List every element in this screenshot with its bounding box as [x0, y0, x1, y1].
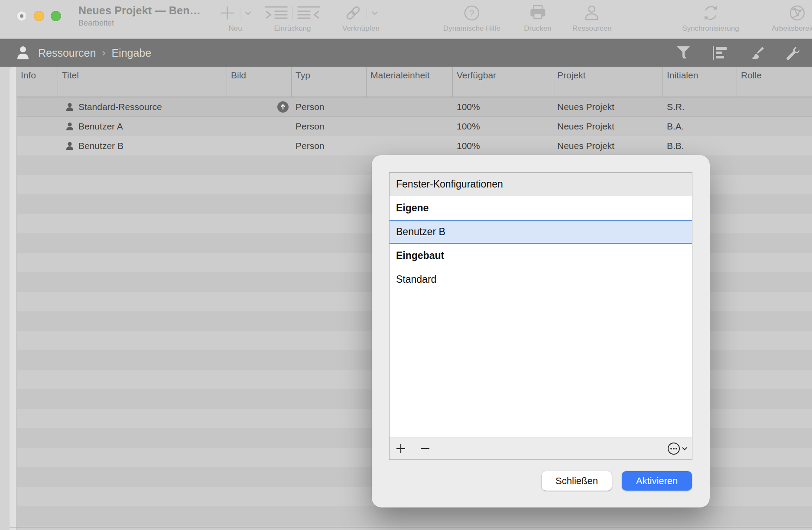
table-row[interactable]: Benutzer B Person 100% Neues Projekt B.B… [17, 136, 812, 155]
person-icon [65, 103, 74, 111]
cell-titel: Benutzer B [58, 136, 227, 155]
toolbar-label: Ressourcen [572, 24, 612, 33]
column-header-materialeinheit[interactable]: Materialeinheit [367, 67, 453, 97]
cell-verfuegbar: 100% [453, 97, 553, 116]
chevron-down-icon [370, 10, 378, 16]
cell-initialen: B.A. [663, 116, 737, 136]
toolbar-label: Neu [228, 24, 242, 33]
help-circle-icon: ? [463, 4, 481, 22]
toolbar-button-sync[interactable]: Synchronisierung [682, 3, 739, 33]
cell-rolle [737, 97, 812, 116]
plus-icon [219, 4, 236, 22]
toolbar-button-workspaces[interactable]: Arbeitsbereiche [772, 3, 812, 33]
divider [240, 6, 240, 20]
breadcrumb-resources[interactable]: Ressourcen [38, 47, 96, 59]
outline-icon[interactable] [711, 45, 728, 61]
toolbar-label: Synchronisierung [682, 24, 739, 33]
up-arrow-badge-icon [277, 101, 289, 113]
toolbar-button-indentation[interactable]: Einrückung [264, 3, 321, 33]
cell-bild [227, 97, 292, 116]
window-title: Neues Projekt — Ben… [78, 4, 201, 17]
minimize-window-button[interactable] [34, 11, 44, 21]
window-toolbar: Neues Projekt — Ben… Bearbeitet Neu Einr… [0, 0, 812, 39]
column-header-verfuegbar[interactable]: Verfügbar [453, 67, 553, 97]
cell-initialen: B.B. [663, 136, 737, 155]
cell-initialen: S.R. [663, 97, 737, 116]
cell-titel: Standard-Ressource [58, 97, 227, 116]
cell-verfuegbar: 100% [453, 116, 553, 136]
cell-rolle [737, 116, 812, 136]
toolbar-label: Verknüpfen [342, 24, 380, 33]
cell-projekt: Neues Projekt [553, 116, 663, 136]
cell-materialeinheit [367, 136, 453, 155]
cell-bild [227, 116, 292, 136]
brush-icon[interactable] [748, 45, 764, 61]
wrench-icon[interactable] [784, 45, 801, 61]
row-handle-gutter [10, 67, 16, 530]
column-header-info[interactable]: Info [17, 67, 58, 97]
person-icon [16, 46, 29, 60]
window-configurations-dialog: Fenster-Konfigurationen Eigene Benutzer … [372, 155, 710, 507]
add-icon[interactable] [391, 439, 410, 458]
cell-rolle [737, 136, 812, 155]
config-group-eigene[interactable]: Eigene [390, 196, 692, 220]
cell-info [17, 97, 58, 116]
config-item-standard[interactable]: Standard [390, 268, 692, 291]
column-header-bild[interactable]: Bild [227, 67, 292, 97]
document-edited-status: Bearbeitet [78, 19, 201, 28]
toolbar-button-print[interactable]: Drucken [524, 3, 551, 33]
svg-text:?: ? [469, 8, 474, 18]
table-header: Info Titel Bild Typ Materialeinheit Verf… [17, 67, 812, 97]
list-empty-area [390, 291, 692, 437]
table-row[interactable]: Standard-Ressource Person 100% Neues Pro… [17, 97, 812, 116]
configurations-list: Fenster-Konfigurationen Eigene Benutzer … [389, 172, 692, 460]
filter-icon[interactable] [675, 45, 692, 61]
more-options-icon[interactable] [667, 442, 688, 456]
divider [366, 6, 367, 20]
close-window-button[interactable] [16, 11, 27, 21]
view-header-bar: Ressourcen › Eingabe [0, 39, 812, 67]
divider [292, 6, 293, 20]
toolbar-button-dynamic-help[interactable]: ? Dynamische Hilfe [443, 3, 500, 33]
breadcrumb-input[interactable]: Eingabe [111, 47, 151, 59]
person-icon [65, 122, 74, 131]
list-toolbar [390, 437, 692, 459]
person-icon [65, 142, 74, 150]
printer-icon [529, 4, 547, 22]
cell-typ: Person [292, 136, 367, 155]
cell-typ: Person [292, 116, 367, 136]
cell-verfuegbar: 100% [453, 136, 553, 155]
cell-info [17, 116, 58, 136]
breadcrumb-separator: › [102, 47, 105, 59]
toolbar-button-new[interactable]: Neu [219, 3, 252, 33]
cell-materialeinheit [367, 97, 453, 116]
config-group-eingebaut[interactable]: Eingebaut [390, 244, 692, 268]
table-row[interactable]: Benutzer A Person 100% Neues Projekt B.A… [17, 116, 812, 136]
cell-materialeinheit [367, 116, 453, 136]
config-item-benutzer-b[interactable]: Benutzer B [390, 220, 692, 244]
chevron-down-icon [244, 10, 252, 16]
remove-icon[interactable] [416, 439, 435, 458]
window-bottom-edge [10, 527, 812, 528]
outdent-icon [297, 4, 321, 22]
dialog-list-title: Fenster-Konfigurationen [390, 173, 692, 196]
toolbar-label: Einrückung [274, 24, 311, 33]
column-header-projekt[interactable]: Projekt [553, 67, 663, 97]
close-button[interactable]: Schließen [542, 471, 612, 491]
cell-projekt: Neues Projekt [553, 136, 663, 155]
link-icon [343, 4, 362, 22]
column-header-rolle[interactable]: Rolle [737, 67, 812, 97]
activate-button[interactable]: Aktivieren [622, 471, 692, 491]
column-header-titel[interactable]: Titel [58, 67, 227, 97]
column-header-initialen[interactable]: Initialen [663, 67, 737, 97]
toolbar-label: Dynamische Hilfe [443, 24, 500, 33]
zoom-window-button[interactable] [51, 11, 61, 21]
toolbar-button-resources[interactable]: Ressourcen [572, 3, 612, 33]
cell-bild [227, 136, 292, 155]
column-header-typ[interactable]: Typ [292, 67, 367, 97]
network-globe-icon [788, 4, 806, 22]
cell-projekt: Neues Projekt [553, 97, 663, 116]
toolbar-button-link[interactable]: Verknüpfen [342, 3, 380, 33]
toolbar-label: Arbeitsbereiche [772, 24, 812, 33]
indent-icon [264, 4, 289, 22]
